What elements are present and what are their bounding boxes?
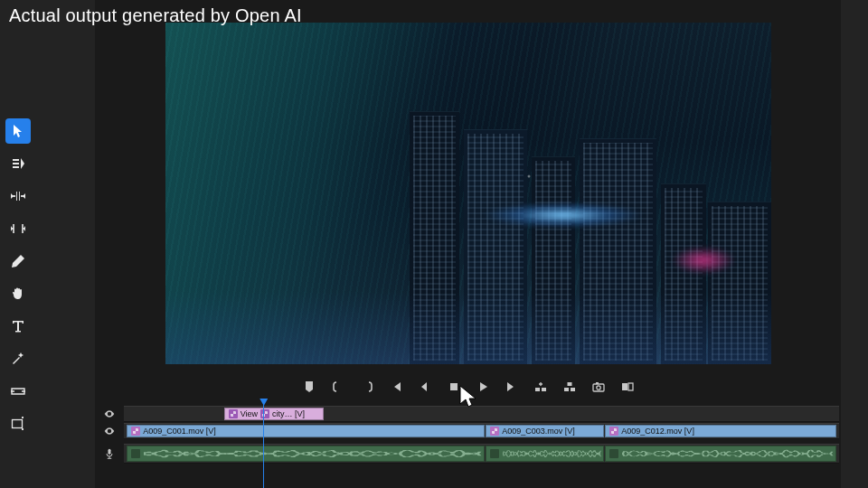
pen-icon <box>11 254 25 268</box>
fx-badge-icon <box>260 409 269 418</box>
selection-tool[interactable] <box>5 118 31 144</box>
transport-controls <box>95 373 841 400</box>
rolling-edit-tool[interactable] <box>5 216 31 241</box>
slip-tool[interactable] <box>5 379 31 404</box>
wand-icon <box>11 352 25 366</box>
go-to-in-icon <box>390 380 402 393</box>
go-to-out-button[interactable] <box>504 379 520 395</box>
extract-icon <box>563 380 576 393</box>
track-select-forward-tool[interactable] <box>5 151 31 176</box>
svg-rect-9 <box>596 382 599 384</box>
mark-in-button[interactable] <box>330 379 346 395</box>
timeline-panel[interactable]: Viewcity… [V] A009_C001.mov [V]A009_C003… <box>95 400 841 488</box>
timeline-clip[interactable]: Viewcity… [V] <box>224 408 325 420</box>
timeline-clip[interactable]: A009_C001.mov [V] <box>127 425 485 437</box>
svg-rect-4 <box>564 388 569 391</box>
eye-icon <box>104 408 115 419</box>
clip-label: city… [V] <box>272 409 305 418</box>
type-tool[interactable] <box>5 314 31 339</box>
extract-button[interactable] <box>561 379 578 395</box>
svg-rect-10 <box>622 383 627 390</box>
timeline-audio-clip[interactable] <box>127 446 485 462</box>
mark-out-button[interactable] <box>359 379 375 395</box>
hand-icon <box>11 286 25 301</box>
timeline-clip[interactable]: A009_C012.mov [V] <box>605 425 835 437</box>
clip-label: View <box>241 409 258 418</box>
track-v1: A009_C001.mov [V]A009_C003.mov [V]A009_C… <box>95 423 841 439</box>
add-edit-tool[interactable] <box>5 411 31 436</box>
program-monitor-wrap <box>95 0 841 373</box>
fx-badge-icon <box>609 449 618 458</box>
step-back-icon <box>419 380 431 393</box>
fx-badge-icon <box>229 409 238 418</box>
clip-label: A009_C012.mov [V] <box>621 427 694 436</box>
pen-tool[interactable] <box>5 249 31 274</box>
cursor-arrow-icon <box>11 124 25 138</box>
svg-rect-5 <box>571 388 575 391</box>
track-v2-lane[interactable]: Viewcity… [V] <box>124 406 839 422</box>
svg-rect-11 <box>628 383 633 390</box>
track-a1-toggle[interactable] <box>95 448 124 459</box>
stop-icon <box>448 380 460 393</box>
svg-point-8 <box>596 386 599 389</box>
ripple-edit-tool[interactable] <box>5 183 31 209</box>
annotation-overlay: Actual output generated by Open AI <box>9 5 302 26</box>
svg-rect-0 <box>13 420 23 428</box>
waveform <box>503 449 601 458</box>
tool-strip <box>0 113 36 442</box>
timeline-audio-clip[interactable] <box>605 446 835 462</box>
comparison-icon <box>621 380 634 393</box>
track-a1 <box>95 444 841 464</box>
track-v2: Viewcity… [V] <box>95 406 841 422</box>
svg-rect-12 <box>108 449 111 455</box>
program-monitor[interactable] <box>165 23 771 364</box>
fx-badge-icon <box>490 427 499 436</box>
ripple-icon <box>11 189 25 203</box>
track-v1-lane[interactable]: A009_C001.mov [V]A009_C003.mov [V]A009_C… <box>124 423 839 439</box>
svg-rect-3 <box>542 388 546 391</box>
add-rect-icon <box>11 417 25 431</box>
track-select-icon <box>11 156 25 171</box>
fx-badge-icon <box>490 449 499 458</box>
play-button[interactable] <box>475 379 491 395</box>
program-panel: Viewcity… [V] A009_C001.mov [V]A009_C003… <box>95 0 841 488</box>
hand-tool[interactable] <box>5 281 31 306</box>
mark-in-icon <box>332 380 344 393</box>
svg-rect-6 <box>567 382 571 386</box>
lift-icon <box>534 380 547 393</box>
waveform <box>622 449 833 458</box>
clip-label: A009_C001.mov [V] <box>143 427 216 436</box>
type-icon <box>11 319 25 333</box>
timeline-clip[interactable]: A009_C003.mov [V] <box>486 425 604 437</box>
lift-button[interactable] <box>533 379 549 395</box>
track-a1-lane[interactable] <box>124 444 839 464</box>
add-marker-button[interactable] <box>301 379 317 395</box>
clip-label: A009_C003.mov [V] <box>502 427 575 436</box>
marker-icon <box>303 380 316 393</box>
slip-icon <box>11 384 25 399</box>
track-v2-toggle[interactable] <box>95 408 124 419</box>
eye-icon <box>104 426 115 436</box>
waveform <box>144 449 482 458</box>
stop-button[interactable] <box>446 379 462 395</box>
svg-rect-2 <box>535 388 540 391</box>
fx-badge-icon <box>131 449 140 458</box>
rolling-icon <box>11 221 25 236</box>
comparison-view-button[interactable] <box>619 379 636 395</box>
step-back-button[interactable] <box>417 379 433 395</box>
play-icon <box>476 380 489 393</box>
camera-icon <box>592 380 605 393</box>
track-v1-toggle[interactable] <box>95 426 124 436</box>
remix-tool[interactable] <box>5 346 31 371</box>
fx-badge-icon <box>131 427 140 436</box>
export-frame-button[interactable] <box>590 379 607 395</box>
mark-out-icon <box>361 380 373 393</box>
fx-badge-icon <box>609 427 618 436</box>
timeline-audio-clip[interactable] <box>486 446 604 462</box>
mic-icon <box>104 448 115 459</box>
svg-rect-1 <box>450 383 458 390</box>
go-to-out-icon <box>505 380 518 393</box>
go-to-in-button[interactable] <box>388 379 404 395</box>
